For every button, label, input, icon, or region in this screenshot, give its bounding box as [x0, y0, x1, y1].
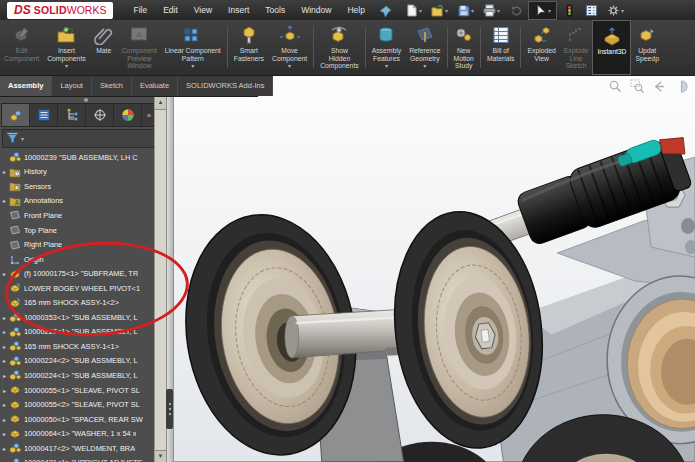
move-component-button[interactable]: MoveComponent▾: [268, 20, 311, 75]
expand-arrow-icon[interactable]: ▸: [0, 416, 9, 423]
tree-item[interactable]: 10000239 "SUB ASSEMBLY, LH C: [0, 150, 154, 165]
tree-item[interactable]: ▸History: [0, 165, 154, 180]
propertymanager-tab[interactable]: [30, 104, 58, 126]
tree-item[interactable]: ▸AAnnotations: [0, 194, 154, 209]
tree-item[interactable]: ▸10000055<2> "SLEAVE, PIVOT SL: [0, 397, 154, 412]
menu-help[interactable]: Help: [339, 2, 372, 18]
instant3d-button[interactable]: Instant3D: [592, 20, 631, 75]
dropdown-caret-icon[interactable]: ▾: [65, 63, 68, 71]
expand-arrow-icon[interactable]: ▸: [0, 430, 9, 437]
menu-tools[interactable]: Tools: [257, 2, 293, 18]
dimxpertmanager-tab[interactable]: [86, 104, 114, 126]
tree-scrollbar[interactable]: ▲ ▼: [154, 97, 166, 462]
tree-item[interactable]: ▸10000064<1> "WASHER, 1 x 54 x: [0, 426, 154, 441]
filter-funnel-icon[interactable]: [6, 132, 19, 145]
dropdown-caret-icon[interactable]: ▾: [621, 7, 624, 14]
undo-button[interactable]: [506, 1, 525, 20]
new-document-button[interactable]: ▾: [402, 1, 425, 20]
tree-item[interactable]: ▸10000421<1> "UPRIGHT ADJUSTE: [0, 455, 154, 462]
show-hidden-button[interactable]: ShowHiddenComponents: [316, 20, 363, 75]
graphics-area[interactable]: [173, 75, 695, 462]
tree-item[interactable]: ▸165 mm SHOCK ASSY-1<1>: [0, 339, 154, 354]
dropdown-caret-icon[interactable]: ▾: [385, 63, 388, 71]
exploded-view-button[interactable]: ExplodedView: [523, 20, 559, 75]
menu-edit[interactable]: Edit: [155, 2, 186, 18]
panel-splitter-dot[interactable]: [84, 98, 88, 102]
expand-arrow-icon[interactable]: ▸: [0, 445, 9, 452]
tree-item[interactable]: Origin: [0, 252, 154, 267]
bill-of-materials-button[interactable]: Bill ofMaterials: [483, 20, 519, 75]
tree-item[interactable]: ▸10000224<1> "SUB ASSMEBLY, L: [0, 368, 154, 383]
dropdown-caret-icon[interactable]: ▾: [497, 7, 500, 14]
reference-geometry-button[interactable]: ReferenceGeometry▾: [405, 20, 444, 75]
zoom-to-area-icon[interactable]: [630, 79, 645, 94]
dropdown-caret-icon[interactable]: ▾: [471, 7, 474, 14]
dropdown-caret-icon[interactable]: ▾: [423, 63, 426, 71]
pin-icon[interactable]: [379, 4, 392, 17]
tree-item[interactable]: Right Plane: [0, 237, 154, 252]
update-speedpak-button[interactable]: UpdatSpeedp: [631, 20, 662, 75]
tree-item[interactable]: 165 mm SHOCK ASSY-1<2>: [0, 295, 154, 310]
options-list-button[interactable]: [582, 1, 601, 20]
panel-splitter[interactable]: [166, 97, 173, 462]
menu-view[interactable]: View: [186, 2, 220, 18]
tab-assembly[interactable]: Assembly: [0, 75, 52, 96]
linear-pattern-button[interactable]: Linear ComponentPattern▾: [161, 20, 225, 75]
panel-splitter-handle[interactable]: [166, 389, 173, 429]
select-cursor-button[interactable]: ▾: [528, 1, 557, 20]
expand-arrow-icon[interactable]: ▸: [0, 270, 9, 277]
tree-item[interactable]: ▸10000353<1> "SUB ASSEMBLY, L: [0, 310, 154, 325]
tree-item[interactable]: ▸10000224<2> "SUB ASSMEBLY, L: [0, 354, 154, 369]
tree-filter[interactable]: ▾: [2, 129, 155, 148]
new-motion-study-button[interactable]: NewMotionStudy: [450, 20, 478, 75]
configurationmanager-tab[interactable]: [58, 104, 86, 126]
save-button[interactable]: ▾: [454, 1, 477, 20]
featuremanager-tab[interactable]: [2, 104, 30, 126]
tree-item[interactable]: ▸10000050<1> "SPACER, REAR SW: [0, 412, 154, 427]
expand-arrow-icon[interactable]: ▸: [0, 357, 9, 364]
tab-layout[interactable]: Layout: [52, 75, 92, 96]
zoom-to-fit-icon[interactable]: [608, 79, 623, 94]
expand-arrow-icon[interactable]: ▸: [0, 168, 9, 175]
tree-item[interactable]: ▸10000055<1> "SLEAVE, PIVOT SL: [0, 383, 154, 398]
menu-insert[interactable]: Insert: [220, 2, 257, 18]
previous-view-icon[interactable]: [652, 79, 667, 94]
3d-model-scene[interactable]: [174, 75, 695, 462]
dropdown-caret-icon[interactable]: ▾: [548, 7, 551, 14]
expand-arrow-icon[interactable]: ▸: [0, 328, 9, 335]
expand-arrow-icon[interactable]: ▸: [0, 343, 9, 350]
tree-item[interactable]: LOWER BOGEY WHEEL PIVOT<1: [0, 281, 154, 296]
expand-arrow-icon[interactable]: ▸: [0, 401, 9, 408]
scrollbar-up-button[interactable]: ▲: [155, 97, 166, 110]
tree-item[interactable]: ▸10000227<1> "SUB ASSEMBLY, L: [0, 325, 154, 340]
tree-item[interactable]: ▸10000417<2> "WELDMENT, BRA: [0, 441, 154, 456]
tab-solidworks-add-ins[interactable]: SOLIDWORKS Add-Ins: [178, 75, 273, 96]
expand-arrow-icon[interactable]: ▸: [0, 387, 9, 394]
tree-item[interactable]: Front Plane: [0, 208, 154, 223]
rebuild-traffic-light-button[interactable]: [560, 1, 579, 20]
menu-window[interactable]: Window: [293, 2, 339, 18]
settings-gear-button[interactable]: ▾: [604, 1, 627, 20]
displaymanager-tab[interactable]: [114, 104, 142, 126]
expand-arrow-icon[interactable]: ▸: [0, 372, 9, 379]
dropdown-caret-icon[interactable]: ▾: [288, 63, 291, 71]
assembly-features-button[interactable]: AssemblyFeatures▾: [368, 20, 405, 75]
smart-fasteners-button[interactable]: SmartFasteners: [230, 20, 268, 75]
section-view-icon[interactable]: [674, 79, 689, 94]
tab-evaluate[interactable]: Evaluate: [132, 75, 178, 96]
expand-arrow-icon[interactable]: ▸: [0, 197, 9, 204]
tree-item[interactable]: Top Plane: [0, 223, 154, 238]
dropdown-caret-icon[interactable]: ▾: [445, 7, 448, 14]
tree-item[interactable]: ▸(f) 10000175<1> "SUBFRAME, TR: [0, 266, 154, 281]
filter-caret-icon[interactable]: ▾: [21, 135, 24, 142]
print-button[interactable]: ▾: [480, 1, 503, 20]
tab-sketch[interactable]: Sketch: [92, 75, 132, 96]
open-button[interactable]: ▾: [428, 1, 451, 20]
dropdown-caret-icon[interactable]: ▾: [191, 63, 194, 71]
expand-arrow-icon[interactable]: ▸: [0, 314, 9, 321]
tree-item[interactable]: Sensors: [0, 179, 154, 194]
menu-file[interactable]: File: [125, 2, 155, 18]
dropdown-caret-icon[interactable]: ▾: [419, 7, 422, 14]
scrollbar-down-button[interactable]: ▼: [155, 450, 166, 462]
mate-button[interactable]: Mate: [90, 20, 118, 75]
